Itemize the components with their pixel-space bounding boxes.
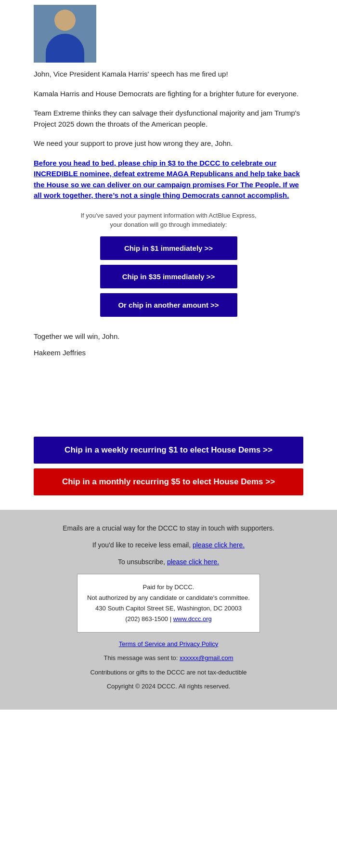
body-content: John, Vice President Kamala Harris' spee…: [0, 69, 337, 201]
sender-photo: [34, 5, 96, 63]
footer-terms[interactable]: Terms of Service and Privacy Policy: [34, 639, 303, 649]
paragraph-4: We need your support to prove just how w…: [34, 138, 303, 149]
footer-para-3: To unsubscribe, please click here.: [34, 557, 303, 567]
signature-section: Together we will win, John. Hakeem Jeffr…: [0, 326, 337, 374]
header-image-section: [0, 0, 337, 69]
dccc-website-link[interactable]: www.dccc.org: [173, 615, 212, 622]
footer-message-sent: This message was sent to: xxxxxx@gmail.c…: [34, 653, 303, 663]
spacer: [0, 374, 337, 432]
footer-not-deductible: Contributions or gifts to the DCCC are n…: [34, 668, 303, 677]
actblue-info: If you've saved your payment information…: [0, 211, 337, 230]
email-container: John, Vice President Kamala Harris' spee…: [0, 0, 337, 710]
paragraph-3: Team Extreme thinks they can salvage the…: [34, 108, 303, 130]
cta-link[interactable]: Before you head to bed, please chip in $…: [34, 158, 303, 201]
footer-para-1: Emails are a crucial way for the DCCC to…: [34, 523, 303, 533]
paid-for-line4: (202) 863-1500 | www.dccc.org: [85, 614, 252, 624]
terms-link[interactable]: Terms of Service and Privacy Policy: [119, 640, 219, 648]
unsubscribe-link[interactable]: please click here.: [167, 558, 219, 566]
footer-section: Emails are a crucial way for the DCCC to…: [0, 510, 337, 710]
sender-name: Hakeem Jeffries: [34, 348, 303, 359]
closing-line: Together we will win, John.: [34, 331, 303, 342]
less-email-link[interactable]: please click here.: [193, 541, 245, 549]
monthly-recurring-button[interactable]: Chip in a monthly recurring $5 to elect …: [34, 468, 303, 495]
footer-copyright: Copyright © 2024 DCCC. All rights reserv…: [34, 682, 303, 691]
footer-para-2: If you'd like to receive less email, ple…: [34, 540, 303, 550]
paid-for-line2: Not authorized by any candidate or candi…: [85, 593, 252, 603]
actblue-section: If you've saved your payment information…: [0, 211, 337, 317]
paid-for-box: Paid for by DCCC. Not authorized by any …: [77, 574, 260, 633]
paid-for-line3: 430 South Capitol Street SE, Washington,…: [85, 603, 252, 614]
paid-for-line1: Paid for by DCCC.: [85, 582, 252, 593]
footer-bottom: Terms of Service and Privacy Policy This…: [34, 639, 303, 691]
paragraph-1: John, Vice President Kamala Harris' spee…: [34, 69, 303, 80]
recurring-section: Chip in a weekly recurring $1 to elect H…: [0, 432, 337, 510]
paragraph-2: Kamala Harris and House Democrats are fi…: [34, 89, 303, 100]
chip-1-button[interactable]: Chip in $1 immediately >>: [100, 236, 237, 260]
email-address-link[interactable]: xxxxxx@gmail.com: [180, 654, 233, 661]
chip-35-button[interactable]: Chip in $35 immediately >>: [100, 265, 237, 288]
chip-other-button[interactable]: Or chip in another amount >>: [100, 293, 237, 317]
weekly-recurring-button[interactable]: Chip in a weekly recurring $1 to elect H…: [34, 437, 303, 464]
